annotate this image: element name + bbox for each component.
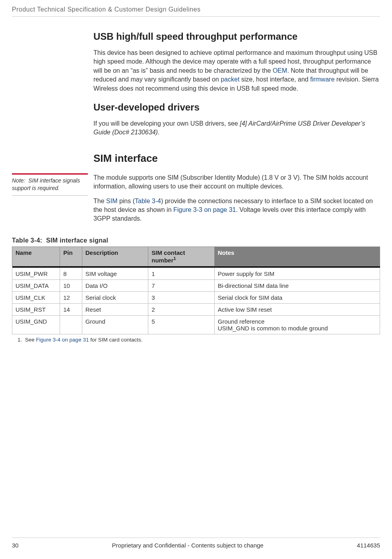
cell-name: USIM_DATA xyxy=(12,280,60,291)
footnote-suffix: for SIM card contacts. xyxy=(89,337,142,343)
cell-name: USIM_PWR xyxy=(12,268,60,280)
text-span: pins ( xyxy=(117,198,135,204)
usb-throughput-heading: USB high/full speed throughput performan… xyxy=(93,31,380,42)
footer-center-text: Proprietary and Confidential - Contents … xyxy=(112,542,264,549)
cell-desc: SIM voltage xyxy=(82,268,148,280)
table-row: USIM_DATA 10 Data I/O 7 Bi-directional S… xyxy=(12,280,380,291)
th-contact-text: SIM contact number xyxy=(151,249,185,264)
cell-notes: Ground reference USIM_GND is common to m… xyxy=(214,315,380,334)
cell-contact: 1 xyxy=(148,268,215,280)
footnote-prefix: See xyxy=(25,337,36,343)
figure-3-3-link[interactable]: Figure 3-3 on page 31 xyxy=(173,206,236,213)
packet-link[interactable]: packet xyxy=(221,76,239,83)
sim-paragraph-2: The SIM pins (Table 3-4) provide the con… xyxy=(93,197,380,223)
usb-throughput-paragraph: This device has been designed to achieve… xyxy=(93,49,380,93)
table-3-4-link[interactable]: Table 3-4 xyxy=(135,198,161,204)
cell-notes: Power supply for SIM xyxy=(214,268,380,280)
user-drivers-paragraph: If you will be developing your own USB d… xyxy=(93,119,380,137)
cell-contact: 7 xyxy=(148,280,215,291)
table-row: USIM_RST 14 Reset 2 Active low SIM reset xyxy=(12,303,380,315)
page-number: 30 xyxy=(12,542,19,549)
text-span: If you will be developing your own USB d… xyxy=(93,120,240,127)
cell-name: USIM_CLK xyxy=(12,291,60,303)
cell-name: USIM_GND xyxy=(12,315,60,334)
table-caption: Table 3-4: SIM interface signal xyxy=(12,237,380,244)
sim-interface-table: Name Pin Description SIM contact number1… xyxy=(12,247,380,334)
cell-name: USIM_RST xyxy=(12,303,60,315)
oem-link[interactable]: OEM xyxy=(273,67,287,74)
text-span: . xyxy=(158,129,159,136)
cell-pin: 10 xyxy=(60,280,82,291)
cell-contact: 3 xyxy=(148,291,215,303)
user-drivers-heading: User-developed drivers xyxy=(93,102,380,113)
cell-desc: Reset xyxy=(82,303,148,315)
firmware-link[interactable]: firmware xyxy=(310,76,334,83)
cell-contact: 2 xyxy=(148,303,215,315)
cell-contact: 5 xyxy=(148,315,215,334)
th-pin: Pin xyxy=(60,247,82,266)
text-span: The xyxy=(93,198,106,204)
sim-link[interactable]: SIM xyxy=(106,198,117,204)
cell-pin: 8 xyxy=(60,268,82,280)
th-contact-sup: 1 xyxy=(173,256,176,261)
table-header-row: Name Pin Description SIM contact number1… xyxy=(12,247,380,266)
table-row: USIM_GND Ground 5 Ground reference USIM_… xyxy=(12,315,380,334)
cell-pin xyxy=(60,315,82,334)
sim-note-box: Note: SIM interface signals support is r… xyxy=(12,173,88,196)
table-footnote: 1. See Figure 3-4 on page 31 for SIM car… xyxy=(17,337,380,343)
th-name: Name xyxy=(12,247,60,266)
text-span: size, host interface, and xyxy=(239,76,310,83)
cell-pin: 14 xyxy=(60,303,82,315)
table-row: USIM_PWR 8 SIM voltage 1 Power supply fo… xyxy=(12,268,380,280)
cell-notes: Bi-directional SIM data line xyxy=(214,280,380,291)
cell-notes: Serial clock for SIM data xyxy=(214,291,380,303)
table-row: USIM_CLK 12 Serial clock 3 Serial clock … xyxy=(12,291,380,303)
footnote-number: 1. xyxy=(17,337,22,343)
header-rule xyxy=(12,16,380,17)
cell-desc: Data I/O xyxy=(82,280,148,291)
figure-3-4-link[interactable]: Figure 3-4 on page 31 xyxy=(36,337,89,343)
cell-notes: Active low SIM reset xyxy=(214,303,380,315)
cell-desc: Ground xyxy=(82,315,148,334)
th-contact: SIM contact number1 xyxy=(148,247,215,266)
document-number: 4114635 xyxy=(357,542,380,549)
th-notes: Notes xyxy=(214,247,380,266)
running-header: Product Technical Specification & Custom… xyxy=(12,6,380,13)
sim-paragraph-1: The module supports one SIM (Subscriber … xyxy=(93,173,380,191)
cell-desc: Serial clock xyxy=(82,291,148,303)
sim-interface-heading: SIM interface xyxy=(93,152,380,165)
page-footer: 30 Proprietary and Confidential - Conten… xyxy=(12,538,380,549)
th-description: Description xyxy=(82,247,148,266)
cell-pin: 12 xyxy=(60,291,82,303)
